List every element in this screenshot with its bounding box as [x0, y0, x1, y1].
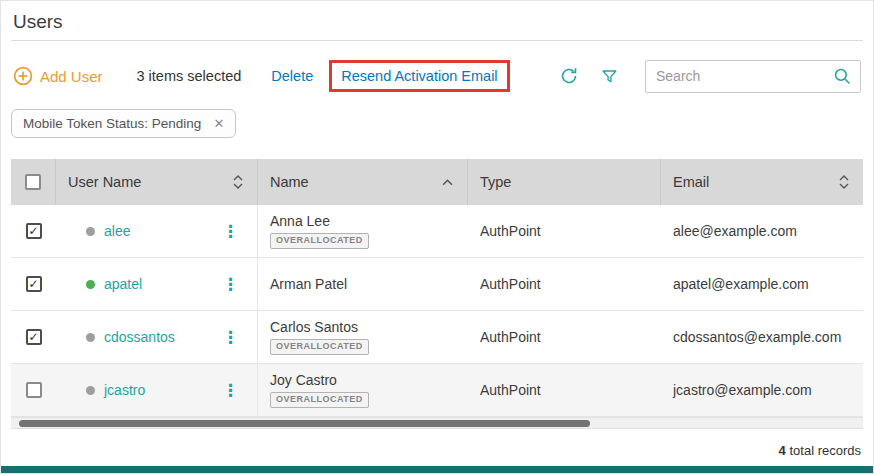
bottom-accent-bar — [1, 466, 873, 473]
type-cell: AuthPoint — [468, 364, 661, 416]
username-cell: apatel ⋮ — [56, 258, 258, 310]
select-all-checkbox[interactable] — [25, 174, 41, 190]
scrollbar-thumb[interactable] — [19, 420, 590, 427]
name-cell: Carlos Santos OVERALLOCATED — [258, 311, 468, 363]
add-user-label: Add User — [40, 68, 103, 85]
add-user-icon — [13, 66, 33, 86]
email-cell: alee@example.com — [661, 205, 863, 257]
total-records-label: total records — [789, 443, 861, 458]
status-dot-icon — [86, 227, 95, 236]
filter-button[interactable] — [595, 62, 623, 90]
resend-activation-email-button[interactable]: Resend Activation Email — [341, 68, 497, 84]
type-cell: AuthPoint — [468, 311, 661, 363]
overallocated-badge: OVERALLOCATED — [270, 233, 369, 249]
full-name: Arman Patel — [270, 276, 347, 292]
column-header-type[interactable]: Type — [468, 159, 661, 205]
name-cell: Anna Lee OVERALLOCATED — [258, 205, 468, 257]
status-dot-icon — [86, 280, 95, 289]
column-label: User Name — [68, 174, 141, 190]
name-cell: Arman Patel — [258, 258, 468, 310]
users-table: User Name Name Type Email — [11, 159, 863, 429]
full-name: Carlos Santos — [270, 319, 358, 335]
refresh-button[interactable] — [555, 62, 583, 90]
table-header: User Name Name Type Email — [11, 159, 863, 205]
total-records-count: 4 — [779, 443, 786, 458]
sort-icon — [839, 175, 849, 189]
kebab-menu-icon[interactable]: ⋮ — [222, 276, 245, 293]
column-header-name[interactable]: Name — [258, 159, 468, 205]
row-checkbox-cell — [11, 205, 56, 257]
status-dot-icon — [86, 333, 95, 342]
username-cell: jcastro ⋮ — [56, 364, 258, 416]
toolbar: Add User 3 items selected Delete Resend … — [1, 58, 873, 94]
users-page: Users Add User 3 items selected Delete R… — [0, 0, 874, 474]
username-link[interactable]: alee — [104, 223, 130, 239]
sort-ascending-icon — [442, 179, 453, 186]
type-cell: AuthPoint — [468, 205, 661, 257]
username-cell: cdossantos ⋮ — [56, 311, 258, 363]
selection-status: 3 items selected — [137, 68, 242, 84]
row-checkbox-cell — [11, 311, 56, 363]
page-title: Users — [13, 10, 861, 33]
delete-button[interactable]: Delete — [271, 68, 313, 84]
username-link[interactable]: cdossantos — [104, 329, 175, 345]
overallocated-badge: OVERALLOCATED — [270, 339, 369, 355]
search-icon[interactable] — [833, 67, 852, 86]
status-dot-icon — [86, 386, 95, 395]
email-cell: cdossantos@example.com — [661, 311, 863, 363]
username-link[interactable]: jcastro — [104, 382, 145, 398]
filter-chip-label: Mobile Token Status: Pending — [23, 116, 201, 131]
kebab-menu-icon[interactable]: ⋮ — [222, 329, 245, 346]
sort-icon — [233, 175, 243, 189]
records-footer: 4 total records — [13, 443, 861, 458]
overallocated-badge: OVERALLOCATED — [270, 392, 369, 408]
kebab-menu-icon[interactable]: ⋮ — [222, 382, 245, 399]
row-checkbox[interactable] — [26, 329, 42, 345]
column-label: Type — [480, 174, 511, 190]
row-checkbox-cell — [11, 364, 56, 416]
title-divider — [11, 40, 863, 41]
full-name: Joy Castro — [270, 372, 337, 388]
search-box — [645, 60, 861, 93]
username-link[interactable]: apatel — [104, 276, 142, 292]
horizontal-scrollbar[interactable] — [11, 417, 863, 428]
table-row: apatel ⋮ Arman Patel AuthPoint apatel@ex… — [11, 258, 863, 311]
refresh-icon — [559, 66, 579, 86]
filter-icon — [600, 67, 619, 86]
annotation-highlight-box: Resend Activation Email — [329, 60, 509, 92]
row-checkbox-cell — [11, 258, 56, 310]
page-header: Users — [1, 1, 873, 33]
filter-chip-mobile-token-status: Mobile Token Status: Pending ✕ — [11, 109, 236, 138]
username-cell: alee ⋮ — [56, 205, 258, 257]
table-row: cdossantos ⋮ Carlos Santos OVERALLOCATED… — [11, 311, 863, 364]
email-cell: jcastro@example.com — [661, 364, 863, 416]
add-user-button[interactable]: Add User — [13, 66, 103, 86]
column-header-email[interactable]: Email — [661, 159, 863, 205]
select-all-cell — [11, 159, 56, 205]
row-checkbox[interactable] — [26, 223, 42, 239]
table-row: jcastro ⋮ Joy Castro OVERALLOCATED AuthP… — [11, 364, 863, 417]
column-label: Name — [270, 174, 309, 190]
kebab-menu-icon[interactable]: ⋮ — [222, 223, 245, 240]
column-header-username[interactable]: User Name — [56, 159, 258, 205]
search-input[interactable] — [656, 68, 833, 84]
full-name: Anna Lee — [270, 213, 330, 229]
row-checkbox[interactable] — [26, 382, 42, 398]
active-filters: Mobile Token Status: Pending ✕ — [11, 109, 861, 138]
name-cell: Joy Castro OVERALLOCATED — [258, 364, 468, 416]
table-row: alee ⋮ Anna Lee OVERALLOCATED AuthPoint … — [11, 205, 863, 258]
type-cell: AuthPoint — [468, 258, 661, 310]
close-icon[interactable]: ✕ — [213, 117, 224, 130]
row-checkbox[interactable] — [26, 276, 42, 292]
email-cell: apatel@example.com — [661, 258, 863, 310]
column-label: Email — [673, 174, 709, 190]
